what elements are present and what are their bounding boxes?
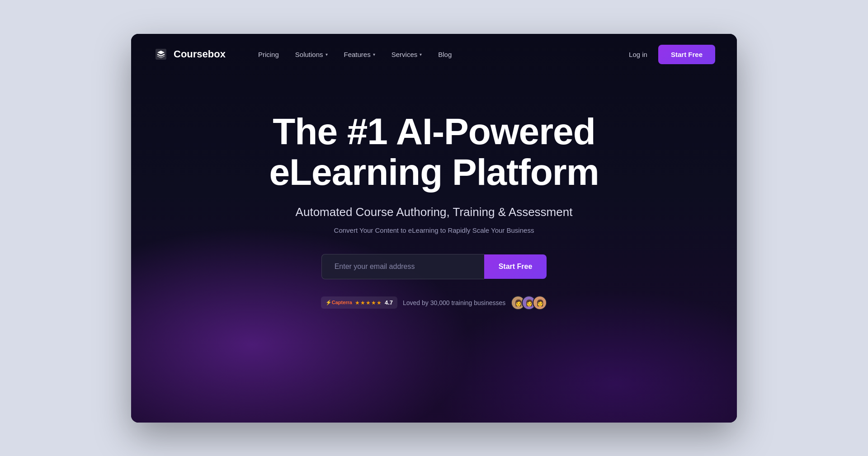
hero-cta: Start Free: [321, 254, 547, 279]
nav-right: Log in Start Free: [629, 45, 715, 64]
start-free-nav-button[interactable]: Start Free: [658, 45, 715, 64]
chevron-down-icon: ▾: [326, 52, 328, 57]
capterra-stars: ★★★★★: [355, 300, 382, 306]
nav-solutions[interactable]: Solutions ▾: [295, 51, 328, 58]
capterra-badge: ⚡Capterra ★★★★★ 4.7: [321, 296, 397, 309]
start-free-hero-button[interactable]: Start Free: [484, 254, 547, 279]
login-link[interactable]: Log in: [629, 51, 647, 58]
social-proof: ⚡Capterra ★★★★★ 4.7 Loved by 30,000 trai…: [321, 296, 547, 310]
avatar-group: 👩 👩 👩: [511, 296, 547, 310]
hero-section: The #1 AI-Powered eLearning Platform Aut…: [131, 75, 737, 337]
chevron-down-icon: ▾: [373, 52, 375, 57]
nav-links: Pricing Solutions ▾ Features ▾ Services …: [258, 51, 607, 58]
avatar: 👩: [533, 296, 547, 310]
capterra-score: 4.7: [385, 299, 393, 306]
loved-by-text: Loved by 30,000 training businesses: [403, 299, 505, 306]
navigation: Coursebox Pricing Solutions ▾ Features ▾…: [131, 34, 737, 75]
capterra-logo: ⚡Capterra: [326, 300, 352, 306]
email-input[interactable]: [321, 254, 484, 279]
hero-subtitle: Automated Course Authoring, Training & A…: [296, 205, 573, 219]
logo-icon: [153, 46, 169, 62]
hero-description: Convert Your Content to eLearning to Rap…: [334, 226, 534, 234]
logo[interactable]: Coursebox: [153, 46, 226, 62]
chevron-down-icon: ▾: [420, 52, 422, 57]
logo-text: Coursebox: [174, 48, 226, 60]
nav-blog[interactable]: Blog: [438, 51, 452, 58]
nav-services[interactable]: Services ▾: [392, 51, 422, 58]
nav-features[interactable]: Features ▾: [344, 51, 375, 58]
nav-pricing[interactable]: Pricing: [258, 51, 279, 58]
hero-title: The #1 AI-Powered eLearning Platform: [269, 111, 599, 193]
